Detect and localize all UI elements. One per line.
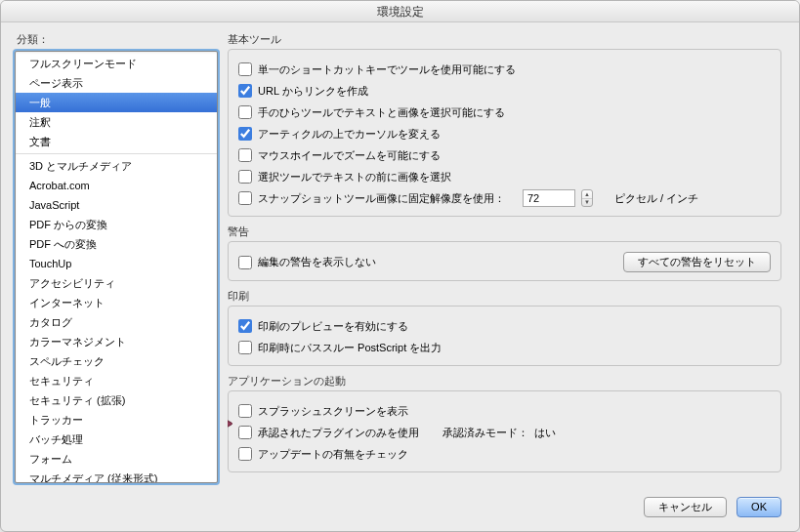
snapshot-stepper[interactable]: ▲▼ (581, 189, 593, 207)
basic-opt-3-row: アーティクルの上でカーソルを変える (238, 124, 771, 143)
basic-opt-4-label: マウスホイールでズームを可能にする (258, 148, 441, 163)
sidebar-item[interactable]: PDF への変換 (16, 234, 217, 254)
sidebar: 分類： フルスクリーンモードページ表示一般注釈文書3D とマルチメディアAcro… (15, 32, 218, 483)
sidebar-item[interactable]: セキュリティ (16, 371, 217, 390)
startup-opt-1-extra-value: はい (534, 426, 556, 440)
basic-opt-4-checkbox[interactable] (238, 148, 252, 162)
print-opt-1-row: 印刷時にパススルー PostScript を出力 (238, 338, 771, 357)
basic-opt-1-label: URL からリンクを作成 (258, 84, 368, 99)
basic-opt-2-checkbox[interactable] (238, 105, 252, 119)
basic-opt-0-checkbox[interactable] (238, 62, 252, 76)
startup-opt-2-row: アップデートの有無をチェック (238, 444, 771, 464)
sidebar-item[interactable]: トラッカー (16, 410, 217, 430)
group-startup: アプリケーションの起動 スプラッシュスクリーンを表示承認されたプラグインのみを使… (228, 374, 781, 472)
startup-opt-0-checkbox[interactable] (238, 404, 252, 418)
print-opt-0-label: 印刷のプレビューを有効にする (258, 319, 408, 334)
basic-opt-2-label: 手のひらツールでテキストと画像を選択可能にする (258, 105, 505, 120)
group-box-startup: スプラッシュスクリーンを表示承認されたプラグインのみを使用承認済みモード： はい… (228, 390, 781, 472)
basic-opt-5-checkbox[interactable] (238, 170, 252, 184)
sidebar-item[interactable]: JavaScript (16, 195, 217, 215)
basic-opt-1-checkbox[interactable] (238, 84, 252, 98)
window-body: 分類： フルスクリーンモードページ表示一般注釈文書3D とマルチメディアAcro… (1, 22, 799, 489)
startup-opt-1-checkbox[interactable] (238, 426, 252, 439)
sidebar-item[interactable]: フルスクリーンモード (16, 54, 217, 73)
print-opt-1-checkbox[interactable] (238, 341, 252, 354)
basic-opt-0-row: 単一のショートカットキーでツールを使用可能にする (238, 60, 771, 79)
cancel-button[interactable]: キャンセル (644, 497, 727, 517)
sidebar-item[interactable]: 一般 (16, 93, 217, 112)
group-title-basic: 基本ツール (228, 32, 781, 47)
snapshot-resolution-input[interactable] (523, 189, 575, 207)
snapshot-row: スナップショットツール画像に固定解像度を使用：▲▼ピクセル / インチ (238, 188, 771, 208)
startup-opt-2-label: アップデートの有無をチェック (258, 447, 408, 462)
startup-opt-1-label: 承認されたプラグインのみを使用 (258, 426, 419, 440)
main-panel: 基本ツール 単一のショートカットキーでツールを使用可能にするURL からリンクを… (228, 32, 785, 483)
stepper-down-icon[interactable]: ▼ (582, 199, 592, 207)
sidebar-item[interactable]: TouchUp (16, 254, 217, 273)
sidebar-item[interactable]: 文書 (16, 132, 217, 151)
sidebar-item[interactable]: フォーム (16, 449, 217, 469)
startup-opt-0-label: スプラッシュスクリーンを表示 (258, 404, 408, 419)
basic-opt-5-row: 選択ツールでテキストの前に画像を選択 (238, 167, 771, 186)
snapshot-unit-label: ピクセル / インチ (614, 191, 698, 206)
basic-opt-3-checkbox[interactable] (238, 127, 252, 141)
startup-opt-0-row: スプラッシュスクリーンを表示 (238, 401, 771, 421)
group-box-warning: 編集の警告を表示しない すべての警告をリセット (228, 241, 781, 281)
sidebar-label: 分類： (15, 32, 218, 47)
stepper-up-icon[interactable]: ▲ (582, 190, 592, 199)
ok-button[interactable]: OK (737, 497, 781, 517)
group-box-print: 印刷のプレビューを有効にする印刷時にパススルー PostScript を出力 (228, 306, 781, 366)
sidebar-item[interactable]: スペルチェック (16, 351, 217, 371)
basic-opt-5-label: 選択ツールでテキストの前に画像を選択 (258, 170, 451, 184)
group-title-startup: アプリケーションの起動 (228, 374, 781, 389)
sidebar-item[interactable]: 注釈 (16, 112, 217, 132)
sidebar-item[interactable]: インターネット (16, 293, 217, 312)
preferences-window: 環境設定 分類： フルスクリーンモードページ表示一般注釈文書3D とマルチメディ… (0, 0, 800, 532)
snapshot-label: スナップショットツール画像に固定解像度を使用： (258, 191, 505, 206)
basic-opt-3-label: アーティクルの上でカーソルを変える (258, 127, 441, 142)
print-opt-0-row: 印刷のプレビューを有効にする (238, 316, 771, 336)
group-box-basic: 単一のショートカットキーでツールを使用可能にするURL からリンクを作成手のひら… (228, 49, 781, 217)
sidebar-item[interactable]: バッチ処理 (16, 430, 217, 449)
sidebar-item[interactable]: カタログ (16, 312, 217, 332)
startup-opt-1-extra-label: 承認済みモード： (442, 426, 528, 440)
basic-opt-4-row: マウスホイールでズームを可能にする (238, 145, 771, 165)
sidebar-separator (16, 153, 217, 154)
group-print: 印刷 印刷のプレビューを有効にする印刷時にパススルー PostScript を出… (228, 289, 781, 366)
print-opt-1-label: 印刷時にパススルー PostScript を出力 (258, 341, 442, 355)
basic-opt-2-row: 手のひらツールでテキストと画像を選択可能にする (238, 102, 771, 122)
footer: キャンセル OK (1, 489, 799, 531)
warning-hide-edit-label: 編集の警告を表示しない (258, 255, 376, 269)
group-warning: 警告 編集の警告を表示しない すべての警告をリセット (228, 225, 781, 281)
basic-opt-1-row: URL からリンクを作成 (238, 81, 771, 101)
sidebar-item[interactable]: Acrobat.com (16, 176, 217, 195)
warning-hide-edit-checkbox[interactable] (238, 256, 252, 269)
startup-opt-2-checkbox[interactable] (238, 447, 252, 461)
snapshot-checkbox[interactable] (238, 191, 252, 205)
group-basic-tools: 基本ツール 単一のショートカットキーでツールを使用可能にするURL からリンクを… (228, 32, 781, 217)
startup-opt-1-row: 承認されたプラグインのみを使用承認済みモード： はい (238, 423, 771, 442)
window-title: 環境設定 (1, 1, 799, 22)
basic-opt-0-label: 単一のショートカットキーでツールを使用可能にする (258, 62, 516, 77)
group-title-warning: 警告 (228, 225, 781, 239)
group-title-print: 印刷 (228, 289, 781, 304)
reset-all-warnings-button[interactable]: すべての警告をリセット (623, 252, 771, 272)
sidebar-item[interactable]: カラーマネジメント (16, 332, 217, 351)
sidebar-item[interactable]: マルチメディア (従来形式) (16, 469, 217, 483)
print-opt-0-checkbox[interactable] (238, 319, 252, 333)
sidebar-item[interactable]: アクセシビリティ (16, 273, 217, 293)
sidebar-item[interactable]: ページ表示 (16, 73, 217, 93)
category-listbox[interactable]: フルスクリーンモードページ表示一般注釈文書3D とマルチメディアAcrobat.… (15, 51, 218, 483)
sidebar-item[interactable]: 3D とマルチメディア (16, 156, 217, 176)
sidebar-item[interactable]: PDF からの変換 (16, 215, 217, 234)
sidebar-item[interactable]: セキュリティ (拡張) (16, 390, 217, 410)
